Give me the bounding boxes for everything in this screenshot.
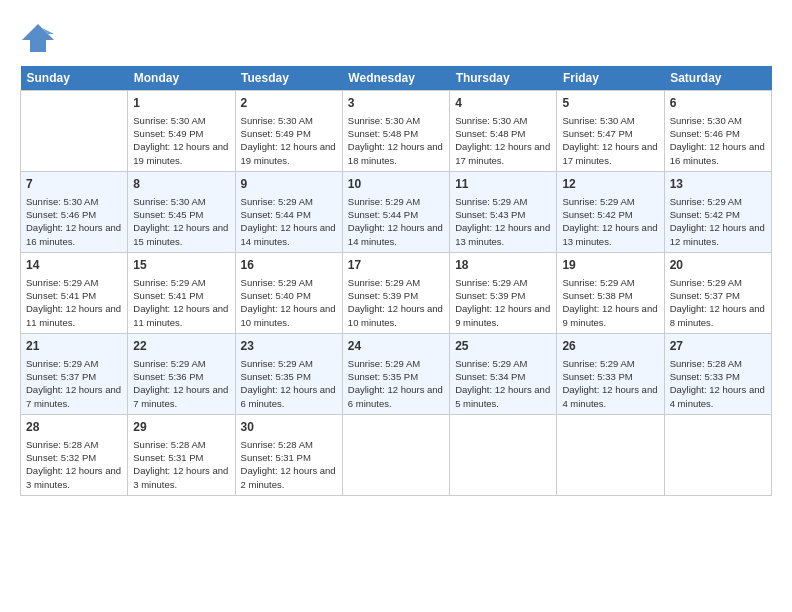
daylight-text: Daylight: 12 hours and 2 minutes. bbox=[241, 464, 337, 491]
day-number: 1 bbox=[133, 95, 229, 112]
sunset-text: Sunset: 5:40 PM bbox=[241, 289, 337, 302]
day-number: 18 bbox=[455, 257, 551, 274]
calendar-cell bbox=[342, 414, 449, 495]
sunrise-text: Sunrise: 5:30 AM bbox=[26, 195, 122, 208]
logo-icon bbox=[20, 20, 56, 56]
calendar-cell: 14Sunrise: 5:29 AMSunset: 5:41 PMDayligh… bbox=[21, 252, 128, 333]
daylight-text: Daylight: 12 hours and 6 minutes. bbox=[348, 383, 444, 410]
day-number: 5 bbox=[562, 95, 658, 112]
daylight-text: Daylight: 12 hours and 19 minutes. bbox=[241, 140, 337, 167]
daylight-text: Daylight: 12 hours and 15 minutes. bbox=[133, 221, 229, 248]
sunset-text: Sunset: 5:49 PM bbox=[133, 127, 229, 140]
day-number: 14 bbox=[26, 257, 122, 274]
sunset-text: Sunset: 5:46 PM bbox=[670, 127, 766, 140]
col-header-thursday: Thursday bbox=[450, 66, 557, 91]
day-number: 2 bbox=[241, 95, 337, 112]
daylight-text: Daylight: 12 hours and 3 minutes. bbox=[26, 464, 122, 491]
daylight-text: Daylight: 12 hours and 10 minutes. bbox=[348, 302, 444, 329]
calendar-cell: 22Sunrise: 5:29 AMSunset: 5:36 PMDayligh… bbox=[128, 333, 235, 414]
calendar-cell: 7Sunrise: 5:30 AMSunset: 5:46 PMDaylight… bbox=[21, 171, 128, 252]
sunset-text: Sunset: 5:37 PM bbox=[26, 370, 122, 383]
col-header-monday: Monday bbox=[128, 66, 235, 91]
sunset-text: Sunset: 5:33 PM bbox=[562, 370, 658, 383]
sunrise-text: Sunrise: 5:29 AM bbox=[241, 276, 337, 289]
sunrise-text: Sunrise: 5:29 AM bbox=[562, 195, 658, 208]
day-number: 22 bbox=[133, 338, 229, 355]
sunrise-text: Sunrise: 5:30 AM bbox=[241, 114, 337, 127]
sunset-text: Sunset: 5:46 PM bbox=[26, 208, 122, 221]
sunset-text: Sunset: 5:34 PM bbox=[455, 370, 551, 383]
sunrise-text: Sunrise: 5:29 AM bbox=[133, 276, 229, 289]
daylight-text: Daylight: 12 hours and 13 minutes. bbox=[455, 221, 551, 248]
calendar-cell: 19Sunrise: 5:29 AMSunset: 5:38 PMDayligh… bbox=[557, 252, 664, 333]
col-header-friday: Friday bbox=[557, 66, 664, 91]
day-number: 16 bbox=[241, 257, 337, 274]
calendar-cell: 26Sunrise: 5:29 AMSunset: 5:33 PMDayligh… bbox=[557, 333, 664, 414]
calendar-cell: 16Sunrise: 5:29 AMSunset: 5:40 PMDayligh… bbox=[235, 252, 342, 333]
calendar-cell: 3Sunrise: 5:30 AMSunset: 5:48 PMDaylight… bbox=[342, 91, 449, 172]
sunset-text: Sunset: 5:48 PM bbox=[348, 127, 444, 140]
calendar-cell: 4Sunrise: 5:30 AMSunset: 5:48 PMDaylight… bbox=[450, 91, 557, 172]
sunrise-text: Sunrise: 5:29 AM bbox=[562, 276, 658, 289]
sunrise-text: Sunrise: 5:29 AM bbox=[26, 276, 122, 289]
calendar-cell: 18Sunrise: 5:29 AMSunset: 5:39 PMDayligh… bbox=[450, 252, 557, 333]
sunrise-text: Sunrise: 5:29 AM bbox=[455, 357, 551, 370]
calendar-cell: 29Sunrise: 5:28 AMSunset: 5:31 PMDayligh… bbox=[128, 414, 235, 495]
daylight-text: Daylight: 12 hours and 3 minutes. bbox=[133, 464, 229, 491]
col-header-tuesday: Tuesday bbox=[235, 66, 342, 91]
sunrise-text: Sunrise: 5:29 AM bbox=[455, 276, 551, 289]
daylight-text: Daylight: 12 hours and 4 minutes. bbox=[670, 383, 766, 410]
sunset-text: Sunset: 5:31 PM bbox=[241, 451, 337, 464]
sunset-text: Sunset: 5:38 PM bbox=[562, 289, 658, 302]
svg-marker-0 bbox=[22, 24, 54, 52]
day-number: 26 bbox=[562, 338, 658, 355]
sunrise-text: Sunrise: 5:30 AM bbox=[348, 114, 444, 127]
sunset-text: Sunset: 5:33 PM bbox=[670, 370, 766, 383]
day-number: 15 bbox=[133, 257, 229, 274]
sunset-text: Sunset: 5:49 PM bbox=[241, 127, 337, 140]
daylight-text: Daylight: 12 hours and 19 minutes. bbox=[133, 140, 229, 167]
daylight-text: Daylight: 12 hours and 14 minutes. bbox=[348, 221, 444, 248]
daylight-text: Daylight: 12 hours and 8 minutes. bbox=[670, 302, 766, 329]
calendar-cell: 23Sunrise: 5:29 AMSunset: 5:35 PMDayligh… bbox=[235, 333, 342, 414]
sunrise-text: Sunrise: 5:29 AM bbox=[562, 357, 658, 370]
sunrise-text: Sunrise: 5:29 AM bbox=[670, 195, 766, 208]
sunrise-text: Sunrise: 5:30 AM bbox=[133, 195, 229, 208]
calendar-cell bbox=[450, 414, 557, 495]
daylight-text: Daylight: 12 hours and 5 minutes. bbox=[455, 383, 551, 410]
col-header-sunday: Sunday bbox=[21, 66, 128, 91]
daylight-text: Daylight: 12 hours and 4 minutes. bbox=[562, 383, 658, 410]
sunset-text: Sunset: 5:39 PM bbox=[348, 289, 444, 302]
day-number: 7 bbox=[26, 176, 122, 193]
calendar-cell: 28Sunrise: 5:28 AMSunset: 5:32 PMDayligh… bbox=[21, 414, 128, 495]
day-number: 28 bbox=[26, 419, 122, 436]
day-number: 24 bbox=[348, 338, 444, 355]
sunrise-text: Sunrise: 5:29 AM bbox=[241, 357, 337, 370]
sunset-text: Sunset: 5:37 PM bbox=[670, 289, 766, 302]
sunrise-text: Sunrise: 5:28 AM bbox=[241, 438, 337, 451]
daylight-text: Daylight: 12 hours and 7 minutes. bbox=[133, 383, 229, 410]
sunrise-text: Sunrise: 5:30 AM bbox=[562, 114, 658, 127]
calendar-cell: 10Sunrise: 5:29 AMSunset: 5:44 PMDayligh… bbox=[342, 171, 449, 252]
sunset-text: Sunset: 5:44 PM bbox=[348, 208, 444, 221]
sunset-text: Sunset: 5:32 PM bbox=[26, 451, 122, 464]
sunrise-text: Sunrise: 5:29 AM bbox=[455, 195, 551, 208]
sunrise-text: Sunrise: 5:29 AM bbox=[241, 195, 337, 208]
sunset-text: Sunset: 5:39 PM bbox=[455, 289, 551, 302]
day-number: 25 bbox=[455, 338, 551, 355]
daylight-text: Daylight: 12 hours and 12 minutes. bbox=[670, 221, 766, 248]
sunrise-text: Sunrise: 5:30 AM bbox=[133, 114, 229, 127]
calendar-cell: 25Sunrise: 5:29 AMSunset: 5:34 PMDayligh… bbox=[450, 333, 557, 414]
day-number: 19 bbox=[562, 257, 658, 274]
day-number: 13 bbox=[670, 176, 766, 193]
sunset-text: Sunset: 5:41 PM bbox=[26, 289, 122, 302]
sunrise-text: Sunrise: 5:29 AM bbox=[133, 357, 229, 370]
day-number: 3 bbox=[348, 95, 444, 112]
calendar-table: SundayMondayTuesdayWednesdayThursdayFrid… bbox=[20, 66, 772, 496]
day-number: 8 bbox=[133, 176, 229, 193]
sunset-text: Sunset: 5:36 PM bbox=[133, 370, 229, 383]
day-number: 11 bbox=[455, 176, 551, 193]
page-header bbox=[20, 20, 772, 56]
calendar-cell: 8Sunrise: 5:30 AMSunset: 5:45 PMDaylight… bbox=[128, 171, 235, 252]
sunrise-text: Sunrise: 5:29 AM bbox=[348, 195, 444, 208]
